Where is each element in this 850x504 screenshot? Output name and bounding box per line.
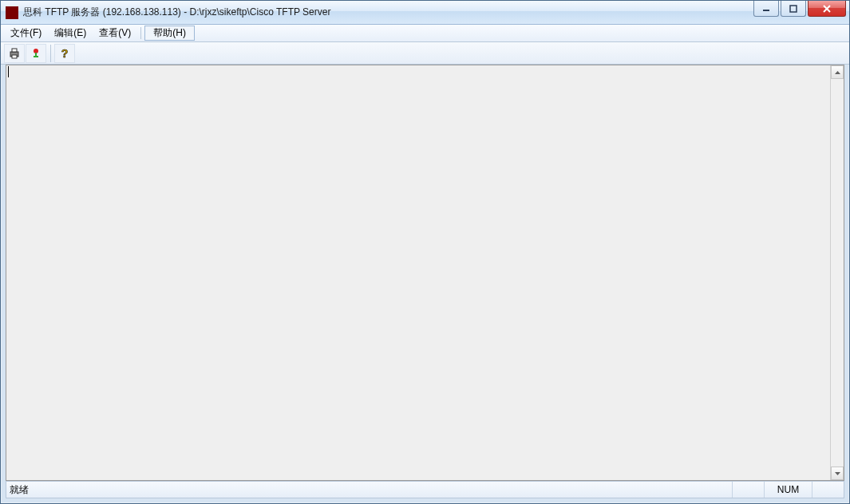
app-icon [6, 6, 18, 19]
close-icon [822, 5, 832, 13]
options-icon [30, 47, 42, 60]
close-button[interactable] [808, 1, 846, 17]
svg-marker-12 [835, 472, 840, 475]
app-window: 思科 TFTP 服务器 (192.168.138.113) - D:\rjxz\… [0, 0, 850, 504]
svg-marker-11 [835, 71, 840, 74]
minimize-icon [762, 5, 770, 13]
status-pane-1 [732, 482, 764, 498]
toolbar-print-button[interactable] [4, 44, 25, 63]
help-icon: ? [58, 47, 71, 60]
toolbar-separator [50, 45, 51, 62]
scroll-track[interactable] [831, 79, 844, 467]
status-num: NUM [764, 482, 812, 498]
toolbar-help-button[interactable]: ? [54, 44, 75, 63]
scroll-up-button[interactable] [831, 65, 844, 79]
maximize-button[interactable] [781, 1, 806, 17]
statusbar: 就绪 NUM [6, 481, 844, 498]
svg-rect-6 [12, 55, 17, 58]
menu-separator [140, 27, 141, 39]
svg-text:?: ? [61, 47, 69, 60]
status-pane-2 [812, 482, 844, 498]
log-textarea[interactable] [6, 65, 830, 480]
maximize-icon [789, 5, 797, 13]
vertical-scrollbar[interactable] [830, 65, 844, 480]
text-cursor [8, 66, 9, 77]
window-title: 思科 TFTP 服务器 (192.168.138.113) - D:\rjxz\… [23, 6, 753, 19]
window-controls [753, 1, 849, 24]
toolbar: ? [1, 42, 849, 65]
chevron-down-icon [835, 472, 840, 475]
svg-rect-5 [12, 49, 17, 52]
chevron-up-icon [835, 71, 840, 74]
status-ready: 就绪 [6, 482, 732, 498]
scroll-down-button[interactable] [831, 467, 844, 480]
titlebar[interactable]: 思科 TFTP 服务器 (192.168.138.113) - D:\rjxz\… [1, 1, 849, 25]
menu-view[interactable]: 查看(V) [93, 25, 137, 41]
menubar: 文件(F) 编辑(E) 查看(V) 帮助(H) [1, 25, 849, 42]
menu-help[interactable]: 帮助(H) [144, 26, 195, 41]
menu-file[interactable]: 文件(F) [4, 25, 48, 41]
svg-rect-1 [790, 6, 797, 12]
toolbar-options-button[interactable] [26, 44, 46, 63]
client-area [6, 65, 844, 481]
minimize-button[interactable] [753, 1, 779, 17]
print-icon [8, 47, 21, 60]
menu-edit[interactable]: 编辑(E) [48, 25, 93, 41]
